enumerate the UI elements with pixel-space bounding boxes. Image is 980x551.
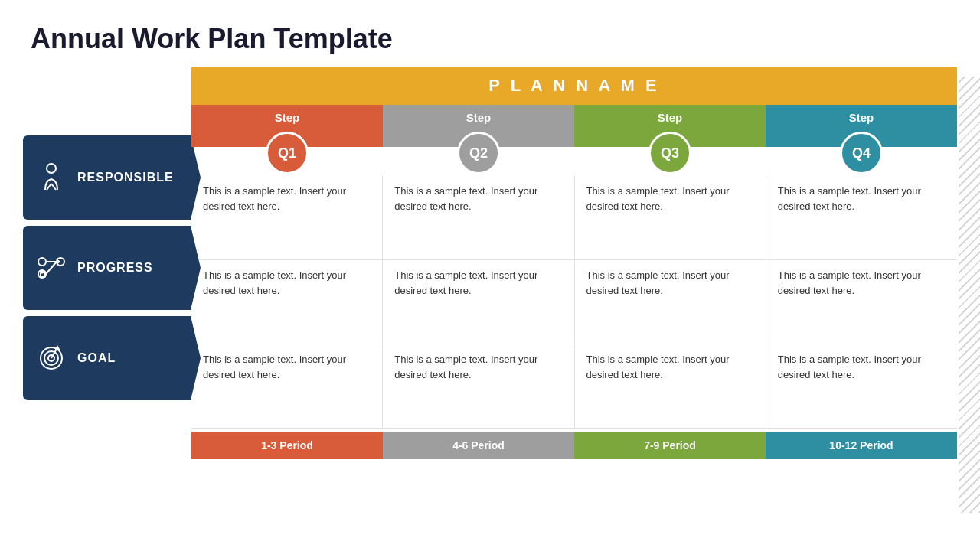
step-headers: Step Q1 Step Q2 Step Q3 Step Q4 (191, 105, 957, 153)
table-area: P L A N N A M E Step Q1 Step Q2 Step Q3 … (191, 67, 957, 459)
svg-line-2 (51, 184, 56, 190)
cell-progress-q2: This is a sample text. Insert your desir… (383, 260, 574, 344)
step-header-q4: Step Q4 (766, 105, 957, 153)
goal-icon (34, 341, 68, 375)
step-header-q3: Step Q3 (574, 105, 766, 153)
svg-line-8 (46, 262, 57, 274)
step-header-q1: Step Q1 (191, 105, 383, 153)
step-circle-q4: Q4 (840, 132, 883, 174)
cell-progress-q4: This is a sample text. Insert your desir… (766, 260, 957, 344)
cell-progress-q3: This is a sample text. Insert your desir… (575, 260, 766, 344)
step-circle-q3: Q3 (648, 132, 691, 174)
cell-responsible-q2: This is a sample text. Insert your desir… (383, 176, 574, 259)
period-q1: 1-3 Period (191, 432, 383, 459)
plan-name-bar: P L A N N A M E (191, 67, 957, 105)
progress-label: PROGRESS (77, 261, 153, 275)
cell-goal-q4: This is a sample text. Insert your desir… (766, 344, 957, 428)
svg-point-0 (47, 164, 56, 173)
step-circle-q1: Q1 (266, 132, 309, 174)
left-labels: RESPONSIBLE PROGRESS (23, 135, 191, 459)
page-title: Annual Work Plan Template (0, 0, 980, 67)
period-footer: 1-3 Period 4-6 Period 7-9 Period 10-12 P… (191, 432, 957, 459)
svg-marker-9 (57, 259, 60, 265)
cell-responsible-q4: This is a sample text. Insert your desir… (766, 176, 957, 259)
period-q3: 7-9 Period (574, 432, 766, 459)
responsible-label: RESPONSIBLE (77, 171, 174, 184)
cell-goal-q3: This is a sample text. Insert your desir… (575, 344, 766, 428)
data-rows: This is a sample text. Insert your desir… (191, 176, 957, 429)
responsible-icon (34, 161, 68, 194)
data-row-progress: This is a sample text. Insert your desir… (191, 260, 957, 344)
label-progress: PROGRESS (23, 226, 191, 310)
cell-responsible-q3: This is a sample text. Insert your desir… (575, 176, 766, 259)
progress-icon (34, 251, 68, 285)
cell-goal-q2: This is a sample text. Insert your desir… (383, 344, 574, 428)
cell-responsible-q1: This is a sample text. Insert your desir… (191, 176, 383, 259)
step-circle-q2: Q2 (457, 132, 500, 174)
goal-label: GOAL (77, 351, 116, 365)
data-row-goal: This is a sample text. Insert your desir… (191, 344, 957, 429)
period-q4: 10-12 Period (766, 432, 957, 459)
cell-progress-q1: This is a sample text. Insert your desir… (191, 260, 383, 344)
label-goal: GOAL (23, 316, 191, 400)
cell-goal-q1: This is a sample text. Insert your desir… (191, 344, 383, 428)
label-responsible: RESPONSIBLE (23, 135, 191, 220)
step-header-q2: Step Q2 (383, 105, 574, 153)
svg-line-1 (47, 184, 51, 190)
data-row-responsible: This is a sample text. Insert your desir… (191, 176, 957, 260)
period-q2: 4-6 Period (383, 432, 574, 459)
stripe-decoration (959, 77, 980, 513)
svg-point-3 (38, 258, 46, 266)
